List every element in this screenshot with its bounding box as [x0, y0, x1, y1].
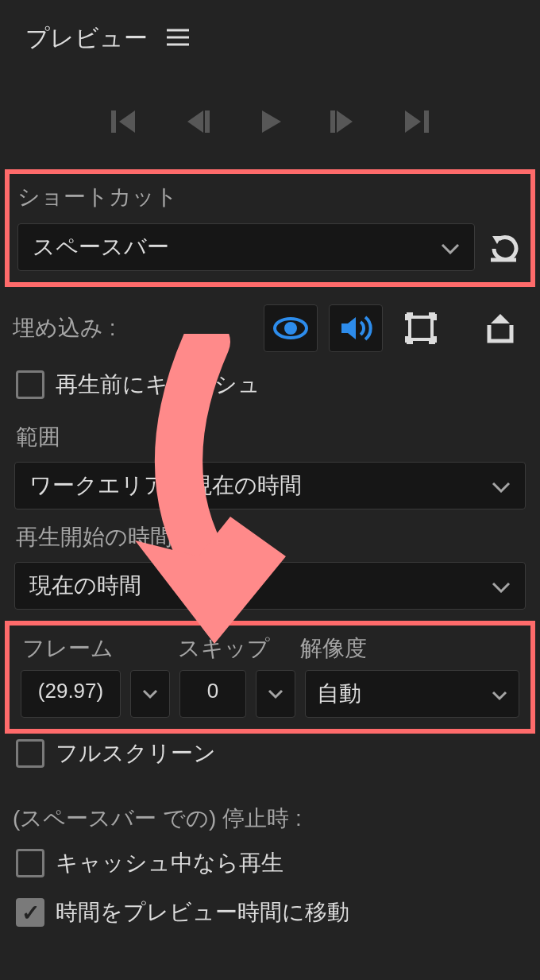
- chevron-down-icon: [492, 473, 511, 498]
- panel-menu-icon[interactable]: [167, 25, 189, 52]
- panel-header: プレビュー: [0, 0, 540, 71]
- resolution-value: 自動: [317, 679, 361, 709]
- shortcut-dropdown[interactable]: スペースバー: [17, 223, 475, 271]
- svg-point-15: [284, 322, 297, 335]
- playfrom-dropdown[interactable]: 現在の時間: [14, 562, 526, 610]
- range-value: ワークエリアと現在の時間: [29, 471, 302, 501]
- play-if-caching-checkbox[interactable]: [16, 849, 44, 877]
- highlight-shortcut: ショートカット スペースバー: [5, 169, 535, 287]
- visibility-toggle[interactable]: [264, 304, 318, 352]
- embed-row: 埋め込み :: [0, 287, 540, 360]
- playback-controls: [0, 71, 540, 169]
- fullscreen-label: フルスクリーン: [56, 738, 216, 769]
- cache-before-play-checkbox[interactable]: [16, 370, 44, 399]
- frame-rate-input[interactable]: (29.97): [21, 670, 121, 718]
- move-time-row: 時間をプレビュー時間に移動: [0, 888, 540, 937]
- svg-rect-6: [205, 110, 210, 133]
- svg-marker-7: [262, 110, 281, 133]
- range-label: 範囲: [0, 409, 540, 462]
- svg-marker-4: [119, 110, 135, 133]
- range-dropdown[interactable]: ワークエリアと現在の時間: [14, 462, 526, 509]
- move-time-checkbox[interactable]: [16, 898, 44, 927]
- svg-rect-17: [410, 317, 432, 339]
- chevron-down-icon: [441, 234, 460, 260]
- frame-col-label: フレーム: [22, 633, 178, 664]
- first-frame-button[interactable]: [108, 106, 140, 138]
- res-col-label: 解像度: [300, 633, 518, 664]
- cache-before-play-row: 再生前にキャッシュ: [0, 360, 540, 409]
- shortcut-label: ショートカット: [17, 182, 523, 212]
- svg-marker-26: [491, 314, 510, 323]
- cache-before-play-label: 再生前にキャッシュ: [56, 370, 260, 400]
- svg-rect-3: [111, 110, 116, 133]
- svg-marker-9: [337, 110, 353, 133]
- skip-col-label: スキップ: [178, 633, 300, 664]
- play-if-caching-row: キャッシュ中なら再生: [0, 839, 540, 888]
- svg-marker-10: [405, 110, 421, 133]
- on-stop-label: (スペースバー での) 停止時 :: [0, 778, 540, 839]
- audio-toggle[interactable]: [329, 304, 383, 352]
- svg-rect-11: [424, 110, 429, 133]
- overlay-toggle[interactable]: [394, 304, 448, 352]
- svg-marker-16: [341, 317, 356, 339]
- playfrom-value: 現在の時間: [29, 571, 141, 601]
- fullscreen-row: フルスクリーン: [0, 734, 540, 778]
- skip-input[interactable]: 0: [179, 670, 246, 718]
- prev-frame-button[interactable]: [181, 106, 213, 138]
- chevron-down-icon: [492, 681, 507, 707]
- svg-rect-8: [330, 110, 335, 133]
- last-frame-button[interactable]: [400, 106, 432, 138]
- svg-marker-5: [187, 110, 203, 133]
- frame-rate-chevron[interactable]: [130, 670, 170, 718]
- resolution-dropdown[interactable]: 自動: [305, 670, 519, 718]
- skip-chevron[interactable]: [256, 670, 295, 718]
- highlight-framerate: フレーム スキップ 解像度 (29.97) 0 自動: [5, 621, 535, 734]
- chevron-down-icon: [492, 573, 511, 598]
- output-toggle[interactable]: [473, 304, 527, 352]
- playfrom-label: 再生開始の時間: [0, 509, 540, 562]
- embed-label: 埋め込み :: [13, 313, 264, 343]
- reset-button[interactable]: [484, 228, 523, 266]
- shortcut-value: スペースバー: [33, 232, 169, 262]
- fullscreen-checkbox[interactable]: [16, 739, 44, 768]
- play-button[interactable]: [254, 106, 286, 138]
- next-frame-button[interactable]: [327, 106, 359, 138]
- play-if-caching-label: キャッシュ中なら再生: [56, 848, 284, 878]
- panel-title: プレビュー: [25, 22, 148, 55]
- move-time-label: 時間をプレビュー時間に移動: [56, 897, 349, 928]
